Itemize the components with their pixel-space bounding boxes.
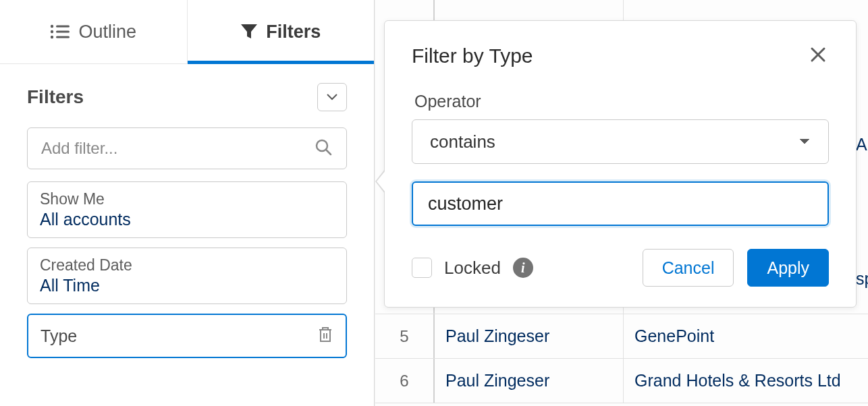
sidebar-tabs: Outline Filters [0, 0, 374, 64]
locked-area: Locked i [412, 258, 533, 279]
trash-icon[interactable] [317, 326, 333, 346]
add-filter-input[interactable] [41, 139, 314, 158]
svg-rect-5 [56, 36, 70, 38]
filter-card-label: Created Date [40, 256, 334, 274]
operator-label: Operator [412, 92, 829, 111]
chevron-down-icon [327, 94, 337, 100]
filter-card-type[interactable]: Type [27, 314, 347, 358]
tab-filters-label: Filters [266, 22, 321, 42]
filter-card-value: All Time [40, 276, 334, 295]
chevron-down-icon [798, 138, 811, 146]
svg-line-7 [326, 150, 331, 154]
info-icon[interactable]: i [513, 258, 533, 278]
close-icon [810, 47, 826, 63]
footer-buttons: Cancel Apply [643, 249, 829, 287]
outline-icon [50, 24, 70, 40]
account-cell[interactable]: Grand Hotels & Resorts Ltd [624, 359, 868, 403]
owner-cell[interactable]: Paul Zingeser [435, 314, 624, 358]
filter-card-value: All accounts [40, 210, 334, 229]
svg-rect-1 [56, 26, 70, 28]
owner-cell[interactable]: Paul Zingeser [435, 359, 624, 403]
filters-header: Filters [27, 83, 347, 111]
add-filter-box[interactable] [27, 127, 347, 169]
filter-value-input[interactable] [412, 181, 829, 226]
account-cell[interactable]: GenePoint [624, 314, 868, 358]
cut-off-text: A sp [856, 135, 868, 289]
popover-footer: Locked i Cancel Apply [412, 249, 829, 287]
tab-filters[interactable]: Filters [188, 0, 375, 63]
table-row[interactable]: 6 Paul Zingeser Grand Hotels & Resorts L… [375, 359, 868, 403]
locked-checkbox[interactable] [412, 258, 432, 278]
popover-title: Filter by Type [412, 45, 533, 67]
search-icon [314, 138, 333, 159]
filters-body: Filters Show Me All accounts Created Dat… [0, 64, 374, 386]
operator-select[interactable]: contains [412, 119, 829, 164]
svg-point-0 [51, 25, 53, 28]
filter-popover: Filter by Type Operator contains Locked … [384, 20, 857, 308]
filters-title: Filters [27, 86, 84, 108]
operator-value: contains [430, 132, 495, 152]
table-row[interactable]: 5 Paul Zingeser GenePoint [375, 314, 868, 359]
apply-button[interactable]: Apply [747, 249, 829, 287]
svg-point-4 [51, 36, 53, 38]
locked-label: Locked [444, 258, 501, 279]
svg-rect-3 [56, 31, 70, 33]
filter-card-label: Show Me [40, 190, 334, 208]
popover-header: Filter by Type [412, 44, 829, 67]
filter-icon [240, 23, 258, 40]
row-number: 6 [375, 359, 435, 403]
cancel-button[interactable]: Cancel [643, 249, 734, 287]
tab-outline-label: Outline [78, 22, 136, 42]
filter-card-showme[interactable]: Show Me All accounts [27, 181, 347, 238]
sidebar-panel: Outline Filters Filters [0, 0, 375, 406]
close-button[interactable] [807, 44, 829, 67]
filters-menu-button[interactable] [317, 83, 347, 111]
tab-outline[interactable]: Outline [0, 0, 188, 63]
filter-card-label: Type [40, 326, 77, 346]
row-number: 5 [375, 314, 435, 358]
filter-card-created-date[interactable]: Created Date All Time [27, 248, 347, 304]
svg-point-2 [51, 30, 53, 33]
